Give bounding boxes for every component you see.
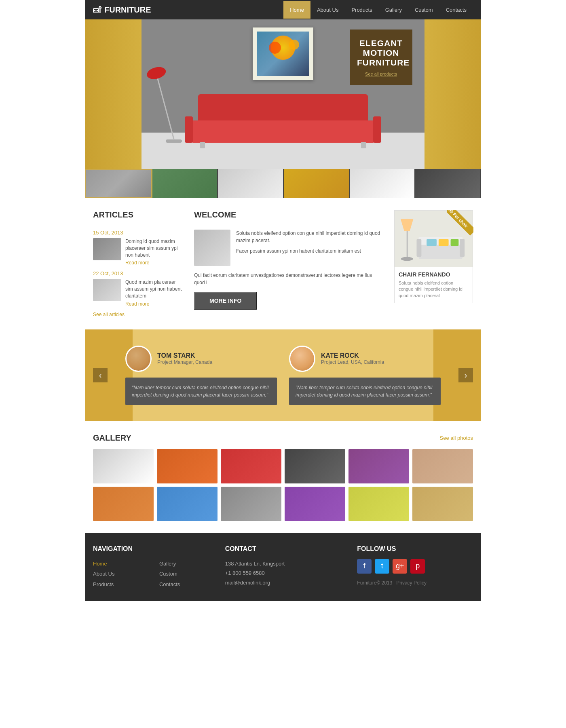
articles-section: ARTICLES 15 Oct, 2013 Doming id quod maz…: [93, 210, 182, 317]
footer-link-about[interactable]: About Us: [93, 571, 114, 577]
thumb-4[interactable]: [284, 169, 350, 198]
gallery-item-6[interactable]: [412, 449, 473, 483]
more-info-button[interactable]: MORE INFO: [194, 292, 257, 310]
article-1-content: Doming id quod mazim placeraer sim assum…: [125, 238, 182, 266]
svg-rect-8: [427, 239, 437, 246]
footer-contact-title: CONTACT: [225, 545, 341, 553]
hero-cta[interactable]: See all products: [357, 72, 405, 76]
gallery-item-1[interactable]: [93, 449, 154, 483]
svg-rect-9: [439, 239, 449, 246]
article-2-content: Quod mazim pla ceraer sim assum ypi non …: [125, 279, 182, 306]
footer-link-custom[interactable]: Custom: [159, 571, 177, 577]
testimonial-next[interactable]: ›: [458, 368, 473, 382]
person-2: KATE ROCK Project Lead, USA, California: [289, 346, 441, 372]
footer-link-gallery[interactable]: Gallery: [159, 561, 176, 567]
logo[interactable]: 🛋 FURNITURE: [93, 5, 154, 15]
footer-follow-title: FOLLOW US: [357, 545, 473, 553]
product-info: CHAIR FERNANDO Soluta nobis eleifend opt…: [395, 267, 473, 303]
footer-nav-title: NAVIGATION: [93, 545, 209, 553]
gallery-item-3[interactable]: [221, 449, 281, 483]
thumb-1[interactable]: [85, 169, 152, 198]
gallery-item-7[interactable]: [93, 487, 154, 521]
hero-title: ELEGANT MOTION FURNITURE: [357, 38, 405, 68]
sofa-seat: [192, 120, 374, 143]
article-1-read-more[interactable]: Read more: [125, 260, 182, 266]
sofa-leg-right: [361, 142, 366, 148]
flower-petal2: [289, 40, 299, 50]
gallery-item-2[interactable]: [157, 449, 218, 483]
footer-nav-col: NAVIGATION Home About Us Products Galler…: [93, 545, 209, 589]
product-image: $90 Per chair: [395, 211, 473, 267]
article-2: 22 Oct, 2013 Quod mazim pla ceraer sim a…: [93, 270, 182, 306]
price-badge-wrap: $90 Per chair: [447, 210, 473, 236]
gallery-item-9[interactable]: [221, 487, 281, 521]
product-name: CHAIR FERNANDO: [399, 271, 469, 278]
nav-contacts[interactable]: Contacts: [439, 1, 473, 19]
person-1-role: Project Manager, Canada: [157, 359, 212, 365]
person-2-info: KATE ROCK Project Lead, USA, California: [321, 352, 384, 365]
hero-center: ELEGANT MOTION FURNITURE See all product…: [142, 19, 424, 169]
flower-petal1: [269, 42, 281, 54]
main-content: ARTICLES 15 Oct, 2013 Doming id quod maz…: [85, 198, 481, 329]
gallery-item-5[interactable]: [348, 449, 409, 483]
footer-links-col1: Home About Us Products: [93, 559, 143, 589]
nav-about[interactable]: About Us: [310, 1, 345, 19]
sofa: [192, 94, 374, 143]
gallery-item-4[interactable]: [285, 449, 345, 483]
privacy-policy[interactable]: Privacy Policy: [396, 580, 427, 586]
gallery-header: GALLERY See all photos: [93, 433, 473, 443]
testimonial-2: KATE ROCK Project Lead, USA, California …: [289, 346, 441, 405]
svg-point-2: [401, 257, 413, 261]
pinterest-icon[interactable]: p: [410, 559, 425, 574]
footer-phone: +1 800 559 6580: [225, 568, 341, 578]
product-card: $90 Per chair CHAIR FERNANDO Soluta nobi…: [394, 210, 473, 303]
thumb-6[interactable]: [415, 169, 481, 198]
gallery-item-11[interactable]: [348, 487, 409, 521]
testimonial-prev[interactable]: ‹: [93, 368, 108, 382]
twitter-icon[interactable]: t: [375, 559, 389, 574]
gallery-item-10[interactable]: [285, 487, 345, 521]
copyright: Furniture© 2013: [357, 580, 392, 586]
hero-section: ELEGANT MOTION FURNITURE See all product…: [85, 19, 481, 198]
hero-caption: ELEGANT MOTION FURNITURE See all product…: [350, 30, 412, 85]
googleplus-icon[interactable]: g+: [393, 559, 407, 574]
svg-rect-10: [451, 239, 459, 246]
nav-home[interactable]: Home: [283, 1, 310, 19]
nav-custom[interactable]: Custom: [408, 1, 439, 19]
welcome-image: [194, 230, 230, 266]
footer-link-home[interactable]: Home: [93, 561, 107, 567]
footer-link-products[interactable]: Products: [93, 581, 114, 587]
facebook-icon[interactable]: f: [357, 559, 372, 574]
thumb-2[interactable]: [152, 169, 218, 198]
hero-side-right: [424, 19, 481, 169]
logo-icon: 🛋: [93, 5, 101, 15]
product-desc: Soluta nobis eleifend option congue nihi…: [399, 280, 469, 299]
testimonial-1: TOM STARK Project Manager, Canada Nam li…: [125, 346, 277, 405]
avatar-kate: [289, 346, 315, 372]
see-all-photos[interactable]: See all photos: [440, 435, 473, 441]
person-1: TOM STARK Project Manager, Canada: [125, 346, 277, 372]
gallery-item-12[interactable]: [412, 487, 473, 521]
testimonials-inner: TOM STARK Project Manager, Canada Nam li…: [125, 346, 441, 405]
person-2-role: Project Lead, USA, California: [321, 359, 384, 365]
see-all-articles[interactable]: See all articles: [93, 312, 182, 317]
welcome-intro-para: Soluta nobis eleifend option con gue nih…: [236, 230, 382, 244]
gallery-item-8[interactable]: [157, 487, 218, 521]
footer-link-contacts[interactable]: Contacts: [159, 581, 180, 587]
footer-links-col2: Gallery Custom Contacts: [159, 559, 209, 589]
welcome-title: WELCOME: [194, 210, 382, 223]
nav-gallery[interactable]: Gallery: [379, 1, 408, 19]
social-icons: f t g+ p: [357, 559, 473, 574]
article-1-date: 15 Oct, 2013: [93, 230, 182, 236]
footer-nav-links: Home About Us Products Gallery Custom Co…: [93, 559, 209, 589]
footer-inner: NAVIGATION Home About Us Products Galler…: [93, 545, 473, 589]
quote-2: Nam liber tempor cum soluta nobis eleife…: [289, 378, 441, 405]
main-nav: 🛋 FURNITURE Home About Us Products Galle…: [85, 0, 481, 19]
nav-products[interactable]: Products: [345, 1, 378, 19]
thumb-3[interactable]: [218, 169, 284, 198]
gallery-title: GALLERY: [93, 433, 131, 443]
thumb-5[interactable]: [350, 169, 416, 198]
footer-email[interactable]: mail@demolink.org: [225, 580, 270, 586]
hero-thumbnails: [85, 169, 481, 198]
article-2-read-more[interactable]: Read more: [125, 301, 182, 307]
